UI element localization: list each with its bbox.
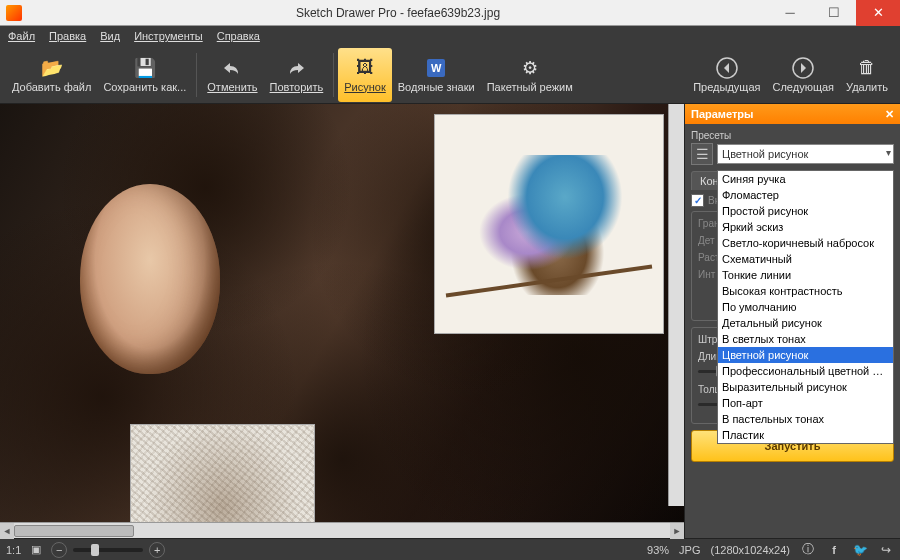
- save-as-label: Сохранить как...: [103, 81, 186, 93]
- prev-icon: [716, 57, 738, 79]
- picture-label: Рисунок: [344, 81, 386, 93]
- presets-label: Пресеты: [691, 130, 894, 141]
- watermarks-button[interactable]: W Водяные знаки: [392, 48, 481, 102]
- watermarks-label: Водяные знаки: [398, 81, 475, 93]
- redo-icon: [285, 57, 307, 79]
- batch-label: Пакетный режим: [487, 81, 573, 93]
- preset-option[interactable]: Тонкие линии: [718, 267, 893, 283]
- menu-file[interactable]: Файл: [8, 30, 35, 42]
- next-label: Следующая: [772, 81, 834, 93]
- image-dimensions: (1280x1024x24): [710, 544, 790, 556]
- next-button[interactable]: Следующая: [766, 48, 840, 102]
- add-file-label: Добавить файл: [12, 81, 91, 93]
- preset-option[interactable]: Высокая контрастность: [718, 283, 893, 299]
- canvas[interactable]: [0, 104, 684, 522]
- preset-option[interactable]: В светлых тонах: [718, 331, 893, 347]
- zoom-out-button[interactable]: −: [51, 542, 67, 558]
- maximize-button[interactable]: ☐: [812, 0, 856, 26]
- parameters-panel: Параметры ✕ Пресеты ☰ Цветной рисунок ▾ …: [684, 104, 900, 538]
- menu-edit[interactable]: Правка: [49, 30, 86, 42]
- preset-option[interactable]: Синяя ручка: [718, 171, 893, 187]
- info-icon[interactable]: ⓘ: [800, 542, 816, 558]
- preset-option[interactable]: Детальный рисунок: [718, 315, 893, 331]
- preset-option[interactable]: Яркий эскиз: [718, 219, 893, 235]
- preset-option[interactable]: Простой рисунок: [718, 203, 893, 219]
- image-content: [80, 184, 220, 374]
- zoom-ratio[interactable]: 1:1: [6, 544, 21, 556]
- undo-label: Отменить: [207, 81, 257, 93]
- add-file-button[interactable]: 📂 Добавить файл: [6, 48, 97, 102]
- batch-button[interactable]: ⚙ Пакетный режим: [481, 48, 579, 102]
- folder-open-icon: 📂: [41, 57, 63, 79]
- prev-label: Предыдущая: [693, 81, 760, 93]
- zoom-thumb[interactable]: [91, 544, 99, 556]
- preset-option[interactable]: Цветной рисунок: [718, 347, 893, 363]
- separator: [196, 53, 197, 97]
- picture-icon: 🖼: [354, 57, 376, 79]
- checkbox-icon: ✓: [691, 194, 704, 207]
- scroll-thumb[interactable]: [14, 525, 134, 537]
- watermark-icon: W: [425, 57, 447, 79]
- gears-icon: ⚙: [519, 57, 541, 79]
- undo-button[interactable]: Отменить: [201, 48, 263, 102]
- delete-label: Удалить: [846, 81, 888, 93]
- titlebar: Sketch Drawer Pro - feefae639b23.jpg ─ ☐…: [0, 0, 900, 26]
- trash-icon: 🗑: [856, 57, 878, 79]
- panel-title: Параметры: [691, 108, 753, 120]
- delete-button[interactable]: 🗑 Удалить: [840, 48, 894, 102]
- preset-option[interactable]: Пластик: [718, 427, 893, 443]
- minimize-button[interactable]: ─: [768, 0, 812, 26]
- panel-header: Параметры ✕: [685, 104, 900, 124]
- main-area: ◄ ► Параметры ✕ Пресеты ☰ Цветной рисуно…: [0, 104, 900, 538]
- panel-close-icon[interactable]: ✕: [885, 108, 894, 121]
- menu-view[interactable]: Вид: [100, 30, 120, 42]
- picture-button[interactable]: 🖼 Рисунок: [338, 48, 392, 102]
- preset-dropdown[interactable]: Синяя ручкаФломастерПростой рисунокЯркий…: [717, 170, 894, 444]
- preset-option[interactable]: Фломастер: [718, 187, 893, 203]
- preset-combo[interactable]: Цветной рисунок ▾: [717, 144, 894, 164]
- window-title: Sketch Drawer Pro - feefae639b23.jpg: [28, 6, 768, 20]
- app-icon: [6, 5, 22, 21]
- statusbar: 1:1 ▣ − + 93% JPG (1280x1024x24) ⓘ f 🐦 ↪: [0, 538, 900, 560]
- window-controls: ─ ☐ ✕: [768, 0, 900, 26]
- fit-screen-icon[interactable]: ▣: [31, 543, 41, 556]
- preset-option[interactable]: В пастельных тонах: [718, 411, 893, 427]
- facebook-icon[interactable]: f: [826, 542, 842, 558]
- scroll-right-arrow[interactable]: ►: [670, 523, 684, 539]
- file-format: JPG: [679, 544, 700, 556]
- preview-inset-sketch: [130, 424, 315, 522]
- preset-option[interactable]: По умолчанию: [718, 299, 893, 315]
- close-button[interactable]: ✕: [856, 0, 900, 26]
- preset-selected: Цветной рисунок: [722, 148, 808, 160]
- preset-row: ☰ Цветной рисунок ▾: [691, 143, 894, 165]
- next-icon: [792, 57, 814, 79]
- redo-label: Повторить: [270, 81, 324, 93]
- save-icon: 💾: [134, 57, 156, 79]
- preset-option[interactable]: Светло-коричневый набросок: [718, 235, 893, 251]
- horizontal-scrollbar[interactable]: ◄ ►: [0, 522, 684, 538]
- preset-option[interactable]: Схематичный: [718, 251, 893, 267]
- panel-body: Пресеты ☰ Цветной рисунок ▾ Контур ✓ Вкл…: [685, 124, 900, 538]
- undo-icon: [221, 57, 243, 79]
- sliders-icon[interactable]: ☰: [691, 143, 713, 165]
- twitter-icon[interactable]: 🐦: [852, 542, 868, 558]
- redo-button[interactable]: Повторить: [264, 48, 330, 102]
- menu-tools[interactable]: Инструменты: [134, 30, 203, 42]
- menubar: Файл Правка Вид Инструменты Справка: [0, 26, 900, 46]
- prev-button[interactable]: Предыдущая: [687, 48, 766, 102]
- zoom-percent: 93%: [647, 544, 669, 556]
- preset-option[interactable]: Выразительный рисунок: [718, 379, 893, 395]
- zoom-in-button[interactable]: +: [149, 542, 165, 558]
- chevron-down-icon: ▾: [886, 147, 891, 158]
- save-as-button[interactable]: 💾 Сохранить как...: [97, 48, 192, 102]
- preset-option[interactable]: Профессиональный цветной набросок: [718, 363, 893, 379]
- separator: [333, 53, 334, 97]
- preset-option[interactable]: Поп-арт: [718, 395, 893, 411]
- scroll-left-arrow[interactable]: ◄: [0, 523, 14, 539]
- preview-inset-bird: [434, 114, 664, 334]
- zoom-slider[interactable]: [73, 548, 143, 552]
- canvas-area: ◄ ►: [0, 104, 684, 538]
- share-icon[interactable]: ↪: [878, 542, 894, 558]
- menu-help[interactable]: Справка: [217, 30, 260, 42]
- vertical-scrollbar[interactable]: [668, 104, 684, 506]
